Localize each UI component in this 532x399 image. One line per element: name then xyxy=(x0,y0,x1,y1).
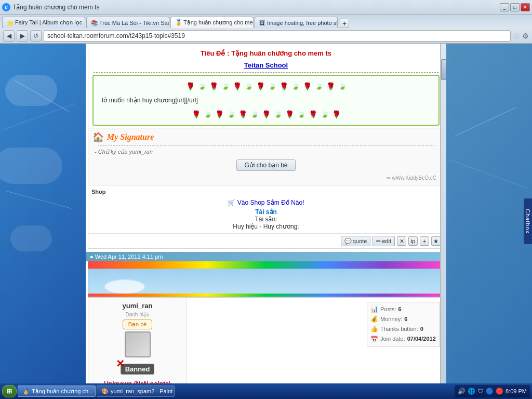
tab-0-label: Fairy Tail | Album chọn lọc xyxy=(15,19,82,26)
plus-button[interactable]: + xyxy=(420,236,429,246)
tray-icon-4: 🔵 xyxy=(486,388,494,395)
tab-0[interactable]: 🌟 Fairy Tail | Album chọn lọc ✕ xyxy=(2,17,85,28)
assets-section: Tài sản Tài sản: Huy hiệu - Huy chương: xyxy=(91,208,441,230)
close-button[interactable]: ✕ xyxy=(521,3,530,11)
tab-0-close[interactable]: ✕ xyxy=(84,20,85,25)
star-button[interactable]: ★ xyxy=(431,236,441,246)
left-sidebar-bg xyxy=(0,44,86,399)
tab-3[interactable]: 🖼 Image hosting, free photo sha... ✕ xyxy=(255,17,338,28)
rank-badge: Bạn bè xyxy=(123,320,153,329)
title-bar: e Tặng huân chương cho mem ts _ □ ✕ xyxy=(0,0,532,15)
tab-1[interactable]: 📚 Trúc Mã Lá Sói - Tiki.vn Sách T... ✕ xyxy=(86,17,169,28)
flower-deco-5: 🌹 xyxy=(280,82,288,90)
settings-icon[interactable]: ⚙ xyxy=(522,32,529,40)
page-background: Tiêu Đề : Tặng huân chương cho mem ts Te… xyxy=(0,44,532,399)
tab-2[interactable]: 🏅 Tặng huân chương cho mem ts... ✕ xyxy=(170,17,254,28)
maximize-button[interactable]: □ xyxy=(510,3,520,11)
assets-title: Tài sản xyxy=(91,208,441,216)
sig-user-text: - Chữ ký của yumi_ran xyxy=(92,148,440,156)
shop-section: Shop 🛒 Vào Shop Sắm Đồ Nào! Tài sản Tài … xyxy=(88,185,444,233)
posts-value: 6 xyxy=(398,305,402,314)
quote-button[interactable]: 💬 quote xyxy=(341,236,371,246)
post-body-container: 🌹 🍃 🌹 🍃 🌹 🍃 🌹 🍃 🌹 🍃 🌹 🍃 🌹 🍃 xyxy=(92,75,440,126)
ip-button[interactable]: ip xyxy=(408,236,418,246)
send-friend-button[interactable]: Gửi cho bạn bè xyxy=(236,159,295,171)
posts-icon: 📊 xyxy=(370,304,378,314)
browser-window: e Tặng huân chương cho mem ts _ □ ✕ 🌟 Fa… xyxy=(0,0,532,399)
tray-icon-3: 🛡 xyxy=(477,388,484,395)
flower-b-4: 🌹 xyxy=(262,110,271,118)
flower-b-1: 🌹 xyxy=(192,110,201,118)
kiddy-credit: ✏ wWw.KiddyBcO.cC xyxy=(92,174,440,182)
window-title: Tặng huân chương cho mem ts xyxy=(12,4,99,11)
rank-section-label: Danh hiệu xyxy=(125,312,149,317)
forward-button[interactable]: ▶ xyxy=(17,30,28,42)
tab-3-favicon: 🖼 xyxy=(259,20,265,26)
forum-post-1: Tiêu Đề : Tặng huân chương cho mem ts Te… xyxy=(88,46,444,249)
scroll-thumb[interactable] xyxy=(441,59,446,80)
pencil-icon: ✏ xyxy=(387,175,391,181)
join-value: 07/04/2012 xyxy=(407,335,436,344)
deco-line-r2 xyxy=(449,159,527,189)
leaf-b-6: 🍃 xyxy=(321,110,329,118)
refresh-button[interactable]: ↺ xyxy=(30,30,42,42)
new-tab-button[interactable]: + xyxy=(340,19,349,28)
divider-1 xyxy=(94,72,438,73)
scrollbar[interactable] xyxy=(440,44,446,399)
taskbar-item-1[interactable]: 🎨 yumi_ran_spam2 - Paint xyxy=(97,385,175,397)
edit-label: edit xyxy=(382,238,391,244)
taskbar: ⊞ 🏅 Tặng huân chương ch... 🎨 yumi_ran_sp… xyxy=(0,383,532,399)
taskbar-item-0-label: Tặng huân chương ch... xyxy=(32,388,93,395)
bookmark-icon[interactable]: ☆ xyxy=(513,31,520,41)
tab-2-label: Tặng huân chương cho mem ts... xyxy=(183,19,254,26)
chatbox-tab[interactable]: Chatbox xyxy=(524,198,532,244)
back-button[interactable]: ◀ xyxy=(3,30,15,42)
edit-button[interactable]: ✏ edit xyxy=(373,236,395,246)
address-bar[interactable] xyxy=(44,30,511,42)
start-button[interactable]: ⊞ xyxy=(2,385,17,397)
flower-deco-7: 🌹 xyxy=(326,82,335,90)
leaf-2: 🍃 xyxy=(221,82,230,90)
timestamp-text: Wed Apr 11, 2012 4:11 pm xyxy=(95,254,163,260)
tab-1-favicon: 📚 xyxy=(91,20,97,26)
user-stats-box: 📊 Posts: 6 💰 Monney: 6 👍 Thanks button: xyxy=(367,302,440,347)
start-icon: ⊞ xyxy=(7,388,12,395)
shop-link[interactable]: 🛒 Vào Shop Sắm Đồ Nào! xyxy=(91,197,441,208)
posts-label: Posts: xyxy=(380,305,396,314)
right-sidebar-bg xyxy=(446,44,532,399)
banned-text: Banned xyxy=(121,364,155,375)
timestamp-icon: ● xyxy=(90,254,94,260)
tab-bar: 🌟 Fairy Tail | Album chọn lọc ✕ 📚 Trúc M… xyxy=(0,15,532,28)
leaf-6: 🍃 xyxy=(315,82,323,90)
assets-label-text: Tài sản: xyxy=(91,216,441,223)
delete-button[interactable]: ✕ xyxy=(397,236,406,246)
banner-rainbow xyxy=(88,294,444,297)
post-banner xyxy=(88,269,444,297)
flower-b-6: 🌹 xyxy=(309,110,317,118)
cloud-deco-3 xyxy=(10,225,52,251)
edit-icon: ✏ xyxy=(376,238,381,245)
post-body: tớ muốn nhận huy chương[url][/url] xyxy=(98,92,434,108)
deco-line-r1 xyxy=(455,108,516,137)
flower-row-bottom: 🌹 🍃 🌹 🍃 🌹 🍃 🌹 🍃 🌹 🍃 🌹 🍃 🌹 xyxy=(98,110,434,118)
main-content: Tiêu Đề : Tặng huân chương cho mem ts Te… xyxy=(86,44,446,399)
username-2[interactable]: yumi_ran xyxy=(123,302,153,310)
post-title: Tiêu Đề : Tặng huân chương cho mem ts xyxy=(88,46,444,60)
assets-value: Huy hiệu - Huy chương: xyxy=(91,223,441,230)
rainbow-bar xyxy=(88,261,444,269)
flower-deco-1: 🌹 xyxy=(186,82,195,90)
leaf-b-1: 🍃 xyxy=(204,110,212,118)
school-name[interactable]: Teitan School xyxy=(88,60,444,70)
home-icon: 🏠 xyxy=(92,131,104,143)
minimize-button[interactable]: _ xyxy=(500,3,509,11)
join-icon: 📅 xyxy=(370,335,378,344)
taskbar-item-0[interactable]: 🏅 Tặng huân chương ch... xyxy=(18,385,96,397)
deco-line-2 xyxy=(2,103,75,130)
sig-divider xyxy=(98,145,434,145)
join-row: 📅 Join date: 07/04/2012 xyxy=(370,335,436,344)
flower-row-top: 🌹 🍃 🌹 🍃 🌹 🍃 🌹 🍃 🌹 🍃 🌹 🍃 🌹 🍃 xyxy=(98,82,434,90)
thanks-row: 👍 Thanks button: 0 xyxy=(370,324,436,334)
tray-icon-5: 🔴 xyxy=(496,388,503,395)
tray-icon-2: 🌐 xyxy=(468,388,475,395)
flower-deco-6: 🌹 xyxy=(303,82,312,90)
